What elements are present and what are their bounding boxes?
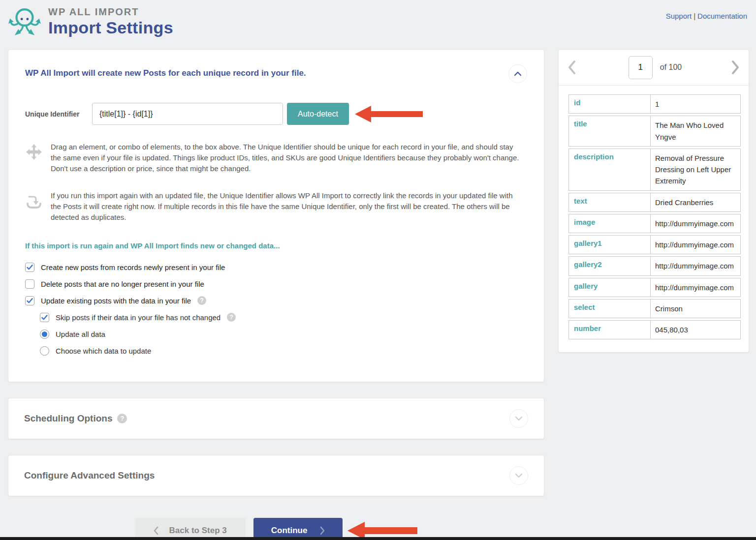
chevron-right-icon [731, 60, 740, 75]
import-settings-panel: WP All Import will create new Posts for … [8, 49, 544, 382]
rerun-heading: If this import is run again and WP All I… [25, 241, 527, 250]
unique-identifier-label: Unique Identifier [25, 110, 92, 118]
chevron-up-icon [514, 71, 522, 76]
record-value: http://dummyimage.com [651, 278, 740, 297]
table-row: id 1 [568, 94, 741, 114]
record-value: Removal of Pressure Dressing on Left Upp… [651, 149, 740, 190]
panel-heading: WP All Import will create new Posts for … [25, 64, 306, 78]
create-new-posts-checkbox[interactable] [25, 263, 34, 272]
link-separator: | [693, 12, 695, 20]
record-count-label: of 100 [660, 63, 682, 72]
record-value: 045,80,03 [651, 321, 740, 339]
option-label[interactable]: Skip posts if their data in your file ha… [56, 313, 220, 322]
support-link[interactable]: Support [666, 12, 692, 20]
octopus-logo-icon [8, 5, 41, 38]
record-key[interactable]: select [569, 300, 651, 318]
record-preview-panel: of 100 id 1 title The Man Who Loved Yngv… [558, 49, 749, 353]
window-bottom-edge [0, 537, 756, 540]
table-row: image http://dummyimage.com [568, 214, 741, 233]
option-label[interactable]: Delete posts that are no longer present … [41, 280, 204, 288]
record-key[interactable]: id [569, 95, 651, 113]
record-key[interactable]: text [569, 193, 651, 211]
delete-posts-checkbox[interactable] [25, 279, 34, 289]
record-value: http://dummyimage.com [651, 257, 740, 275]
chevron-down-icon [515, 473, 523, 478]
record-value: Crimson [651, 300, 740, 318]
record-key[interactable]: image [569, 214, 651, 233]
expand-scheduling-button[interactable] [509, 409, 528, 428]
collapse-panel-button[interactable] [508, 64, 527, 83]
record-key[interactable]: title [569, 116, 651, 146]
record-value: 1 [651, 95, 740, 113]
skip-posts-checkbox[interactable] [40, 313, 49, 322]
drag-help-text: Drag an element, or combo of elements, t… [51, 142, 524, 174]
advanced-settings-panel[interactable]: Configure Advanced Settings [8, 455, 544, 496]
option-create-new-posts: Create new posts from records newly pres… [25, 263, 527, 272]
brand-name: WP ALL IMPORT [48, 6, 173, 18]
back-button-label: Back to Step 3 [169, 526, 227, 536]
record-value: The Man Who Loved Yngve [651, 116, 740, 146]
check-icon [27, 298, 33, 303]
option-label[interactable]: Create new posts from records newly pres… [41, 263, 225, 271]
option-delete-posts: Delete posts that are no longer present … [25, 279, 527, 289]
check-icon [41, 315, 48, 320]
brand-block: WP ALL IMPORT Import Settings [8, 5, 173, 38]
option-skip-posts: Skip posts if their data in your file ha… [40, 313, 527, 322]
scheduling-options-title: Scheduling Options [24, 413, 112, 424]
record-key[interactable]: gallery1 [569, 236, 651, 254]
option-label[interactable]: Choose which data to update [56, 347, 151, 355]
documentation-link[interactable]: Documentation [697, 12, 747, 20]
advanced-settings-title: Configure Advanced Settings [24, 470, 155, 481]
choose-data-radio[interactable] [40, 346, 49, 356]
update-existing-checkbox[interactable] [25, 296, 34, 305]
previous-record-button[interactable] [567, 60, 576, 75]
chevron-left-icon [567, 60, 576, 75]
next-record-button[interactable] [731, 60, 740, 75]
header-links: Support|Documentation [666, 12, 747, 20]
scheduling-options-panel[interactable]: Scheduling Options ? [8, 398, 544, 439]
table-row: gallery1 http://dummyimage.com [568, 235, 741, 254]
page-title: Import Settings [48, 18, 173, 37]
help-icon[interactable]: ? [197, 296, 206, 305]
help-icon[interactable]: ? [227, 313, 236, 322]
move-icon [26, 144, 42, 160]
check-icon [27, 265, 33, 270]
table-row: gallery2 http://dummyimage.com [568, 256, 741, 275]
expand-advanced-button[interactable] [509, 466, 528, 485]
record-key[interactable]: gallery [569, 278, 651, 297]
table-row: text Dried Cranberries [568, 193, 741, 212]
record-table: id 1 title The Man Who Loved Yngve descr… [559, 86, 749, 352]
help-icon[interactable]: ? [117, 414, 127, 423]
record-key[interactable]: number [569, 321, 651, 339]
update-all-data-radio[interactable] [40, 330, 49, 339]
auto-detect-button[interactable]: Auto-detect [287, 103, 349, 125]
table-row: description Removal of Pressure Dressing… [568, 149, 741, 191]
unique-identifier-input[interactable] [92, 103, 283, 125]
option-update-existing: Update existing posts with the data in y… [25, 296, 527, 305]
record-value: Dried Cranberries [651, 193, 740, 211]
option-update-all-data: Update all data [40, 330, 527, 339]
option-label[interactable]: Update existing posts with the data in y… [41, 297, 191, 305]
table-row: title The Man Who Loved Yngve [568, 116, 741, 147]
red-arrow-annotation-icon [355, 105, 423, 123]
table-row: select Crimson [568, 299, 741, 318]
record-number-input[interactable] [629, 56, 653, 79]
record-key[interactable]: description [569, 149, 651, 190]
record-key[interactable]: gallery2 [569, 257, 651, 275]
chevron-left-icon [154, 526, 158, 535]
record-value: http://dummyimage.com [651, 236, 740, 254]
chevron-right-icon [320, 526, 325, 535]
chevron-down-icon [515, 416, 523, 421]
table-row: gallery http://dummyimage.com [568, 278, 741, 297]
continue-button-label: Continue [271, 526, 308, 536]
download-icon [25, 192, 43, 210]
page-header: WP ALL IMPORT Import Settings Support|Do… [0, 0, 756, 49]
record-pagination: of 100 [559, 50, 749, 86]
rerun-help-text: If you run this import again with an upd… [51, 190, 524, 222]
table-row: number 045,80,03 [568, 320, 741, 339]
option-label[interactable]: Update all data [56, 330, 105, 338]
option-choose-data: Choose which data to update [40, 346, 527, 356]
record-value: http://dummyimage.com [651, 214, 740, 233]
